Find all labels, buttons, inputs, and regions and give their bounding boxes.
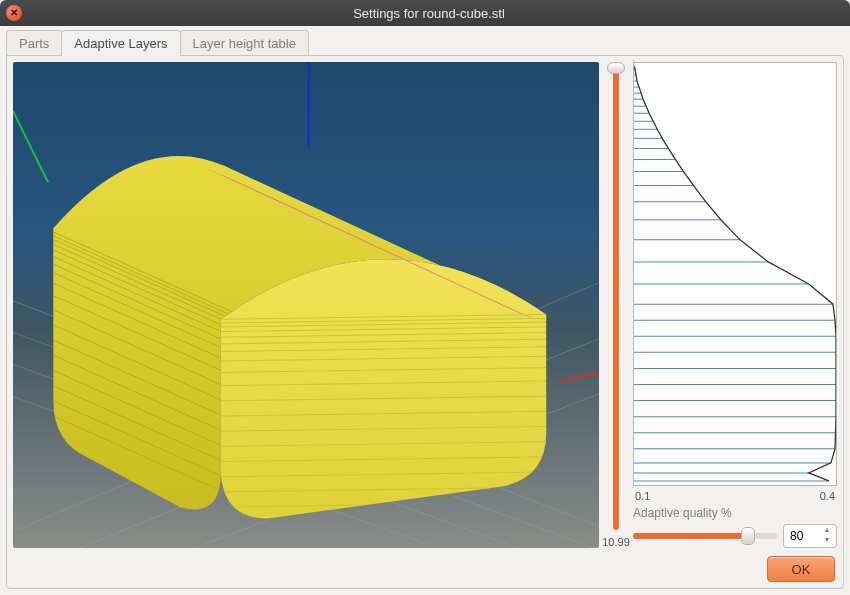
svg-line-20 [54, 310, 547, 519]
svg-line-8 [13, 111, 48, 182]
svg-line-25 [54, 386, 547, 519]
dialog-footer: OK [767, 556, 835, 582]
chart-axis-max: 0.4 [820, 490, 835, 502]
window-title: Settings for round-cube.stl [30, 6, 828, 21]
ok-button[interactable]: OK [767, 556, 835, 582]
svg-line-26 [54, 401, 547, 519]
spin-up-icon[interactable]: ▲ [820, 526, 834, 536]
svg-line-13 [54, 245, 547, 465]
tab-layer-height-table[interactable]: Layer height table [180, 30, 309, 56]
quality-slider[interactable] [633, 533, 777, 539]
svg-line-38 [221, 396, 546, 401]
svg-line-36 [221, 368, 546, 373]
svg-line-44 [221, 488, 546, 493]
titlebar: ✕ Settings for round-cube.stl [0, 0, 850, 26]
svg-line-28 [221, 315, 546, 320]
svg-line-23 [54, 356, 547, 519]
settings-window: ✕ Settings for round-cube.stl Parts Adap… [0, 0, 850, 595]
3d-viewport[interactable] [13, 62, 599, 548]
svg-line-42 [221, 457, 546, 462]
svg-line-37 [221, 381, 546, 386]
tab-panel: 10.99 [6, 55, 844, 589]
svg-line-41 [221, 442, 546, 447]
svg-line-1 [13, 302, 599, 548]
svg-line-16 [54, 265, 547, 485]
svg-line-15 [54, 257, 547, 477]
svg-line-29 [221, 319, 546, 324]
svg-line-31 [221, 327, 546, 332]
quality-spinbox[interactable]: ▲ ▼ [783, 524, 837, 548]
axes-gizmo [13, 62, 599, 548]
svg-line-39 [221, 412, 546, 417]
svg-line-5 [13, 292, 599, 548]
height-slider-value: 10.99 [602, 536, 630, 548]
chart-axis-min: 0.1 [635, 490, 650, 502]
svg-line-12 [54, 240, 547, 460]
chart-column: 0.1 0.4 Adaptive quality % ▲ [633, 62, 837, 548]
chart-x-axis: 0.1 0.4 [633, 490, 837, 502]
svg-line-43 [221, 472, 546, 477]
height-slider-wrap: 10.99 [605, 62, 627, 548]
height-slider[interactable] [613, 66, 619, 530]
svg-line-11 [54, 236, 547, 456]
svg-line-9 [562, 373, 599, 381]
quality-input[interactable] [790, 529, 818, 543]
svg-line-14 [54, 250, 547, 470]
svg-line-32 [221, 333, 546, 338]
quality-label: Adaptive quality % [633, 506, 837, 520]
svg-line-24 [54, 371, 547, 519]
svg-line-21 [54, 325, 547, 519]
height-slider-thumb[interactable] [607, 62, 625, 74]
tabs: Parts Adaptive Layers Layer height table [6, 30, 844, 56]
content-area: Parts Adaptive Layers Layer height table [0, 26, 850, 595]
svg-line-35 [221, 357, 546, 362]
svg-line-6 [13, 342, 599, 548]
svg-line-17 [54, 273, 547, 493]
svg-line-34 [221, 347, 546, 352]
svg-line-40 [221, 427, 546, 432]
svg-line-0 [13, 262, 599, 548]
svg-line-2 [13, 342, 599, 548]
svg-line-45 [221, 503, 546, 508]
close-icon[interactable]: ✕ [6, 5, 22, 21]
svg-line-3 [13, 383, 599, 548]
svg-line-19 [54, 296, 547, 516]
quality-slider-thumb[interactable] [741, 527, 755, 545]
tab-adaptive-layers[interactable]: Adaptive Layers [61, 30, 180, 56]
svg-line-18 [54, 284, 547, 504]
spin-down-icon[interactable]: ▼ [820, 536, 834, 546]
svg-line-27 [54, 416, 547, 518]
svg-line-30 [221, 322, 546, 327]
model-preview [36, 120, 575, 519]
tab-parts[interactable]: Parts [6, 30, 62, 56]
right-column: 10.99 [605, 62, 837, 548]
layer-height-chart [633, 62, 837, 486]
floor-grid [13, 62, 599, 548]
svg-line-33 [221, 339, 546, 344]
svg-line-10 [54, 232, 547, 452]
svg-line-22 [54, 340, 547, 518]
quality-row: ▲ ▼ [633, 524, 837, 548]
svg-line-4 [13, 242, 599, 548]
